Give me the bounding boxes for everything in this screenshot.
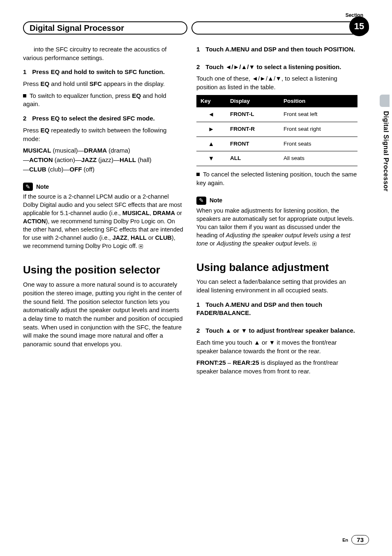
cell-position: Front seats — [279, 137, 357, 151]
mode-musical: MUSICAL — [23, 147, 51, 154]
right-column: 1Touch A.MENU and DSP and then touch POS… — [196, 45, 357, 379]
header-bar: Section Digital Signal Processor 15 — [23, 16, 369, 35]
cell-position: Front seat right — [279, 122, 357, 137]
page-title-pill: Digital Signal Processor — [23, 21, 187, 35]
sfc-label: SFC — [90, 80, 102, 87]
step-text: Touch A.MENU and DSP and then touch POSI… — [205, 46, 355, 53]
mode-hall: HALL — [120, 156, 136, 163]
square-bullet-icon — [23, 94, 26, 97]
note-body: If the source is a 2-channel LPCM audio … — [23, 192, 184, 250]
note-label: Note — [36, 183, 49, 191]
cell-key: ◄ — [196, 107, 226, 122]
step-text: Press EQ and hold to switch to SFC funct… — [32, 68, 165, 75]
heading-position-selector: Using the position selector — [23, 264, 184, 276]
cell-key: ▲ — [196, 137, 226, 151]
step-text: Press EQ to select the desired SFC mode. — [32, 115, 154, 122]
th-position: Position — [279, 95, 357, 108]
end-marker-icon — [312, 242, 316, 246]
table-header-row: Key Display Position — [196, 95, 357, 108]
cell-position: All seats — [279, 151, 357, 166]
text: (hall) — [136, 156, 152, 163]
step-1-body: Press EQ and hold until SFC appears in t… — [23, 80, 184, 88]
side-tab — [380, 95, 390, 107]
modes-line-1: MUSICAL (musical)—DRAMA (drama) — [23, 146, 184, 155]
text: , — [127, 234, 131, 241]
cancel-bullet: To cancel the selected listening positio… — [196, 170, 357, 187]
text: or — [208, 240, 217, 247]
mode-jazz: JAZZ — [113, 234, 127, 241]
step-text: Touch ▲ or ▼ to adjust front/rear speake… — [205, 327, 355, 334]
text: or — [175, 210, 182, 216]
step-number: 1 — [196, 46, 200, 53]
text: To cancel the selected listening positio… — [196, 171, 357, 186]
text: appears in the display. — [102, 80, 165, 87]
bstep-2-body: Each time you touch ▲ or ▼ it moves the … — [196, 338, 357, 355]
mode-action: ACTION — [29, 156, 53, 163]
cell-key: ▼ — [196, 151, 226, 166]
eq-label: EQ — [132, 92, 141, 99]
heading-balance-adjustment: Using balance adjustment — [196, 262, 357, 274]
bstep-2-range: FRONT:25 – REAR:25 is displayed as the f… — [196, 359, 357, 375]
step-2-body: Press EQ repeatedly to switch between th… — [23, 126, 184, 143]
page-title: Digital Signal Processor — [30, 23, 124, 33]
text: (club)— — [46, 166, 70, 173]
mode-action: ACTION — [23, 218, 46, 225]
text: (off) — [82, 166, 95, 173]
cell-display: FRONT — [226, 137, 279, 151]
step-number: 1 — [23, 68, 26, 75]
step-text: Touch A.MENU and DSP and then touch FADE… — [196, 301, 322, 317]
table-row: ▲ FRONT Front seats — [196, 137, 357, 151]
text: Press — [23, 127, 41, 134]
front25: FRONT:25 — [196, 359, 226, 366]
text: , — [150, 210, 153, 216]
text: . — [309, 240, 311, 247]
th-key: Key — [196, 95, 226, 108]
section-number-badge: 15 — [349, 16, 369, 36]
text: or — [147, 234, 155, 241]
note-label: Note — [210, 197, 222, 204]
rstep-2-heading: 2Touch ◄/►/▲/▼ to select a listening pos… — [196, 63, 357, 72]
footer: En 73 — [342, 535, 369, 544]
mode-musical: MUSICAL — [122, 210, 150, 216]
note-body-right: When you make adjustments for listening … — [196, 206, 357, 248]
square-bullet-icon — [196, 173, 200, 176]
cell-display: FRONT-R — [226, 122, 279, 137]
mode-off: OFF — [69, 166, 82, 173]
text: (action)— — [53, 156, 81, 163]
cell-position: Front seat left — [279, 107, 357, 122]
step-text: Touch ◄/►/▲/▼ to select a listening posi… — [205, 63, 341, 70]
rstep-2-body: Touch one of these, ◄/►/▲/▼, to select a… — [196, 74, 357, 91]
left-column: into the SFC circuitry to recreate the a… — [23, 45, 184, 379]
note-block-header: ✎ Note — [23, 183, 184, 191]
position-table: Key Display Position ◄ FRONT-L Front sea… — [196, 95, 357, 166]
side-vertical-label: Digital Signal Processor — [380, 111, 390, 192]
text: — — [23, 156, 29, 163]
step-number: 2 — [196, 327, 200, 334]
mode-club: CLUB — [155, 234, 172, 241]
text: and hold until — [49, 80, 90, 87]
balance-para: You can select a fader/balance setting t… — [196, 278, 357, 294]
mode-drama: DRAMA — [153, 210, 175, 216]
rear25: REAR:25 — [233, 359, 259, 366]
step-number: 2 — [196, 63, 200, 70]
note-icon: ✎ — [23, 183, 33, 191]
bstep-1-heading: 1Touch A.MENU and DSP and then touch FAD… — [196, 301, 357, 317]
step-1-bullet: To switch to equalizer function, press E… — [23, 92, 184, 109]
text: (musical)— — [51, 147, 84, 154]
intro-continuation: into the SFC circuitry to recreate the a… — [23, 45, 184, 62]
header-right-pill — [191, 21, 369, 35]
rstep-1-heading: 1Touch A.MENU and DSP and then touch POS… — [196, 45, 357, 54]
modes-line-3: —CLUB (club)—OFF (off) — [23, 165, 184, 174]
step-1-heading: 1Press EQ and hold to switch to SFC func… — [23, 68, 184, 76]
step-number: 1 — [196, 301, 200, 308]
cell-display: ALL — [226, 151, 279, 166]
footer-page-number: 73 — [351, 535, 369, 544]
footer-lang: En — [342, 537, 348, 542]
cell-display: FRONT-L — [226, 107, 279, 122]
th-display: Display — [226, 95, 279, 108]
step-2-heading: 2Press EQ to select the desired SFC mode… — [23, 114, 184, 123]
text: (drama) — [107, 147, 130, 154]
text: — — [23, 166, 29, 173]
text: (jazz)— — [97, 156, 120, 163]
end-marker-icon — [139, 244, 143, 248]
